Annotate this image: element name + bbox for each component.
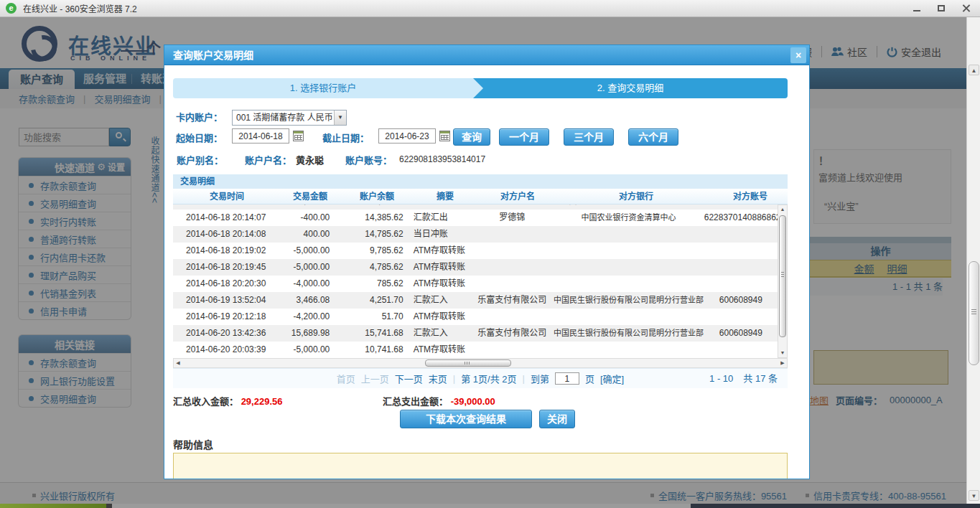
transaction-query-dialog: 查询账户交易明细 × 1. 选择银行账户 2. 查询交易明细 卡内账户： 001… bbox=[164, 44, 810, 479]
account-select-row: 卡内账户： 001 活期储蓄存款 人民币 bbox=[176, 110, 223, 127]
os-taskbar[interactable] bbox=[0, 504, 980, 508]
screen: 在线兴业 CIB ONLINE 个 客服 社区 bbox=[0, 0, 980, 508]
record-range: 1 - 10 共 17 条 bbox=[709, 369, 778, 389]
first-page-link[interactable]: 首页 bbox=[337, 372, 355, 385]
scrollbar-thumb[interactable] bbox=[969, 261, 979, 365]
browser-scrollbar[interactable] bbox=[966, 17, 980, 504]
table-header: 交易时间 交易金额 账户余额 摘要 对方户名 对方银行 对方账号 bbox=[173, 189, 788, 204]
account-info-row: 账户别名： 账户户名： 黄永聪 账户账号： 622908183953814017 bbox=[177, 153, 794, 167]
scrollbar-thumb[interactable] bbox=[425, 359, 511, 367]
three-month-button[interactable]: 三个月 bbox=[564, 128, 614, 146]
chevron-down-icon bbox=[334, 110, 346, 125]
last-page-link[interactable]: 末页 bbox=[429, 372, 447, 385]
step-arrow-icon bbox=[473, 78, 483, 98]
step-indicator: 1. 选择银行账户 2. 查询交易明细 bbox=[173, 78, 788, 98]
account-number-value: 622908183953814017 bbox=[399, 154, 485, 164]
help-info-title: 帮助信息 bbox=[173, 437, 213, 451]
six-month-button[interactable]: 六个月 bbox=[628, 128, 678, 146]
help-info-box: 可查询卡内活期账户交易明细 bbox=[173, 453, 788, 479]
download-results-button[interactable]: 下载本次查询结果 bbox=[400, 410, 532, 428]
window-close-button[interactable] bbox=[956, 1, 976, 15]
col-account: 对方账号 bbox=[713, 189, 788, 204]
col-balance: 账户余额 bbox=[340, 189, 414, 204]
window-title: 在线兴业 - 360安全浏览器 7.2 bbox=[23, 2, 137, 14]
table-row: 2014-06-20 20:03:39 -5,000.00 10,741.68 … bbox=[173, 342, 778, 358]
dialog-title: 查询账户交易明细 bbox=[164, 45, 809, 65]
divider bbox=[106, 504, 112, 508]
table-row: 2014-06-20 13:42:36 15,689.98 15,741.68 … bbox=[173, 325, 778, 342]
date-range-row: 起始日期： 截止日期： 查询 一个月 三个月 六个月 bbox=[176, 128, 793, 147]
expense-total-label: 汇总支出金额： bbox=[383, 396, 448, 407]
summary-row: 汇总收入金额： 29,229.56 汇总支出金额： -39,000.00 bbox=[173, 394, 788, 407]
table-row: 2014-06-18 20:19:45 -5,000.00 4,785.62 A… bbox=[173, 259, 778, 276]
table-vertical-scrollbar[interactable] bbox=[778, 204, 788, 358]
step-2-query-detail: 2. 查询交易明细 bbox=[473, 78, 788, 98]
goto-label: 到第 bbox=[531, 372, 549, 385]
one-month-button[interactable]: 一个月 bbox=[499, 128, 549, 146]
taskbar-start-segment bbox=[0, 504, 106, 508]
goto-confirm-button[interactable]: [确定] bbox=[600, 372, 624, 385]
table-row: 2014-06-18 20:14:08 400.00 14,785.62 当日冲… bbox=[173, 226, 778, 243]
scroll-right-icon[interactable] bbox=[778, 359, 787, 367]
col-party: 对方户名 bbox=[476, 189, 559, 204]
clipped-row: 2014-06-19 13:52:04 3,466.08 4,251.70 汇款… bbox=[173, 204, 778, 210]
scroll-up-icon[interactable] bbox=[778, 205, 787, 214]
expense-total-value: -39,000.00 bbox=[451, 396, 495, 407]
account-label: 卡内账户： bbox=[176, 112, 223, 123]
divider: | bbox=[453, 373, 455, 384]
page-info: 第 1页/共 2页 bbox=[461, 372, 516, 385]
table-row: 2014-06-19 13:52:04 3,466.08 4,251.70 汇款… bbox=[173, 292, 778, 309]
col-time: 交易时间 bbox=[173, 189, 281, 204]
browser-titlebar: e 在线兴业 - 360安全浏览器 7.2 bbox=[0, 0, 980, 17]
account-number-label: 账户账号： bbox=[345, 153, 392, 166]
maximize-button[interactable] bbox=[931, 1, 951, 15]
help-partial-text: 可查询卡内活期账户交易明细 bbox=[188, 476, 787, 479]
browser-icon: e bbox=[6, 3, 17, 14]
step-1-select-account: 1. 选择银行账户 bbox=[173, 78, 473, 98]
table-section-title: 交易明细 bbox=[173, 174, 788, 189]
income-total-label: 汇总收入金额： bbox=[173, 396, 238, 407]
goto-page-input[interactable] bbox=[555, 372, 579, 385]
holder-name-label: 账户户名： bbox=[245, 153, 291, 166]
table-body: 2014-06-19 13:52:04 3,466.08 4,251.70 汇款… bbox=[173, 204, 778, 358]
close-icon[interactable]: × bbox=[790, 47, 806, 63]
taskbar-tray-segment bbox=[691, 504, 980, 508]
dialog-actions: 下载本次查询结果 关闭 bbox=[164, 410, 810, 428]
start-date-label: 起始日期： bbox=[176, 131, 223, 144]
alias-label: 账户别名： bbox=[177, 155, 223, 166]
col-amount: 交易金额 bbox=[281, 189, 340, 204]
query-button[interactable]: 查询 bbox=[453, 128, 490, 146]
table-row: 2014-06-19 20:12:18 -4,200.00 51.70 ATM存… bbox=[173, 309, 778, 325]
scrollbar-thumb[interactable] bbox=[779, 215, 786, 337]
table-row: 2014-06-18 20:14:07 -400.00 14,385.62 汇款… bbox=[173, 210, 778, 226]
calendar-icon[interactable] bbox=[293, 131, 304, 141]
calendar-icon[interactable] bbox=[439, 131, 450, 141]
divider: | bbox=[523, 373, 525, 384]
scroll-down-icon[interactable] bbox=[969, 490, 979, 501]
table-row: 2014-06-18 20:20:30 -4,000.00 785.62 ATM… bbox=[173, 276, 778, 292]
start-date-input[interactable] bbox=[232, 128, 289, 144]
table-row: 2014-06-18 20:19:02 -5,000.00 9,785.62 A… bbox=[173, 243, 778, 259]
income-total-value: 29,229.56 bbox=[241, 396, 283, 407]
holder-name-value: 黄永聪 bbox=[296, 153, 324, 166]
table-horizontal-scrollbar[interactable] bbox=[173, 358, 788, 368]
minimize-button[interactable] bbox=[907, 1, 927, 15]
close-dialog-button[interactable]: 关闭 bbox=[539, 410, 575, 428]
scroll-down-icon[interactable] bbox=[778, 349, 787, 357]
end-date-label: 截止日期： bbox=[322, 131, 369, 144]
pagination: 首页 上一页 下一页 末页 | 第 1页/共 2页 | 到第 页 [确定] 1 … bbox=[173, 368, 788, 388]
col-summary: 摘要 bbox=[414, 189, 476, 204]
col-bank: 对方银行 bbox=[559, 189, 713, 204]
goto-suffix: 页 bbox=[585, 372, 594, 385]
scroll-left-icon[interactable] bbox=[174, 359, 182, 367]
account-select[interactable]: 001 活期储蓄存款 人民币 bbox=[232, 110, 347, 126]
scroll-up-icon[interactable] bbox=[969, 65, 979, 75]
next-page-link[interactable]: 下一页 bbox=[395, 372, 423, 385]
prev-page-link[interactable]: 上一页 bbox=[361, 372, 389, 385]
end-date-input[interactable] bbox=[378, 128, 436, 144]
